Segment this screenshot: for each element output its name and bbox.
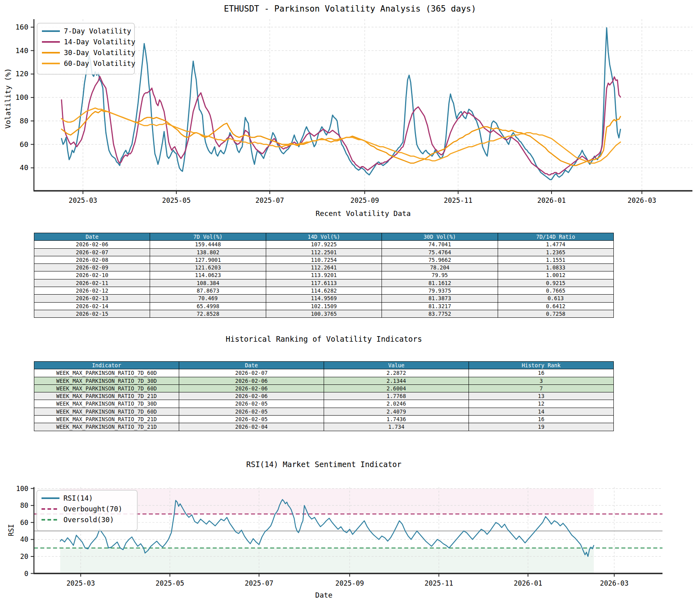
x-tick-label: 2026-03	[628, 196, 656, 204]
table-row: 2026-02-11108.384117.611381.16120.9215	[34, 279, 614, 287]
x-tick-label: 2025-07	[245, 579, 273, 587]
table-cell: 114.0623	[150, 271, 266, 279]
table-cell: 2.2872	[324, 369, 469, 377]
y-tick-label: 60	[20, 140, 28, 149]
legend-label: Overbought(70)	[63, 505, 123, 513]
table-row: 2026-02-1572.8528100.376583.77520.7258	[34, 310, 614, 317]
legend-label: 60-Day Volatility	[64, 59, 135, 67]
table-cell: 0.613	[498, 295, 613, 302]
table-cell: WEEK_MAX_PARKINSON_RATIO_7D_30D	[34, 400, 179, 408]
y-tick-label: 0	[24, 570, 28, 578]
table-cell: 1.2365	[498, 248, 613, 256]
data-table: Date7D Vol(%)14D Vol(%)30D Vol(%)7D/14D …	[34, 233, 614, 318]
table-cell: WEEK_MAX_PARKINSON_RATIO_7D_60D	[34, 384, 179, 392]
x-tick-label: 2026-01	[514, 579, 542, 587]
table-cell: 1.734	[324, 423, 469, 431]
table-cell: 114.9569	[266, 295, 382, 302]
x-tick-label: 2025-03	[69, 196, 97, 204]
table-cell: WEEK_MAX_PARKINSON_RATIO_7D_21D	[34, 423, 179, 431]
ranking-heading: Historical Ranking of Volatility Indicat…	[34, 335, 614, 343]
rsi-chart-ylabel: RSI	[7, 494, 15, 566]
column-header: 7D/14D Ratio	[498, 233, 613, 241]
table-cell: 113.9201	[266, 271, 382, 279]
legend-label: 7-Day Volatility	[64, 27, 131, 35]
table-cell: 138.802	[150, 248, 266, 256]
table-cell: 1.7436	[324, 416, 469, 423]
table-row: WEEK_MAX_PARKINSON_RATIO_7D_60D2026-02-0…	[34, 384, 614, 392]
column-header: Date	[34, 233, 150, 241]
column-header: 14D Vol(%)	[266, 233, 382, 241]
x-tick-label: 2025-05	[156, 579, 184, 587]
table-cell: 2026-02-10	[34, 271, 150, 279]
table-cell: 0.9215	[498, 279, 613, 287]
table-cell: 107.9225	[266, 241, 382, 248]
table-cell: WEEK_MAX_PARKINSON_RATIO_7D_60D	[34, 408, 179, 415]
table-cell: 75.4764	[382, 248, 498, 256]
table-cell: 2026-02-06	[34, 241, 150, 248]
table-cell: 2026-02-06	[179, 384, 324, 392]
table-cell: 12	[469, 400, 614, 408]
table-cell: WEEK_MAX_PARKINSON_RATIO_7D_21D	[34, 392, 179, 400]
data-table: IndicatorDateValueHistory RankWEEK_MAX_P…	[34, 361, 614, 431]
table-cell: 0.6412	[498, 302, 613, 310]
column-header: Indicator	[34, 362, 179, 369]
series-line	[61, 108, 621, 163]
table-cell: 2.1344	[324, 377, 469, 384]
x-tick-label: 2025-11	[425, 579, 453, 587]
table-cell: 2026-02-13	[34, 295, 150, 302]
table-cell: 2026-02-09	[34, 264, 150, 271]
table-cell: 79.95	[382, 271, 498, 279]
table-cell: 75.9662	[382, 256, 498, 263]
table-row: WEEK_MAX_PARKINSON_RATIO_7D_60D2026-02-0…	[34, 408, 614, 415]
column-header: 30D Vol(%)	[382, 233, 498, 241]
table-cell: 3	[469, 377, 614, 384]
table-row: 2026-02-09121.6203112.264178.2041.0833	[34, 264, 614, 271]
x-tick-label: 2025-09	[350, 196, 379, 204]
table-cell: 112.2501	[266, 248, 382, 256]
y-tick-label: 120	[15, 69, 28, 78]
table-row: 2026-02-1370.469114.956981.38730.613	[34, 295, 614, 302]
table-cell: 16	[469, 369, 614, 377]
y-tick-label: 160	[15, 23, 28, 31]
table-cell: 81.3217	[382, 302, 498, 310]
table-cell: WEEK_MAX_PARKINSON_RATIO_7D_60D	[34, 369, 179, 377]
table-cell: 2026-02-05	[179, 408, 324, 415]
legend-label: Oversold(30)	[63, 516, 114, 524]
legend-label: RSI(14)	[63, 494, 93, 502]
y-tick-label: 60	[20, 519, 28, 527]
table-cell: 110.7254	[266, 256, 382, 263]
table-cell: WEEK_MAX_PARKINSON_RATIO_7D_21D	[34, 416, 179, 423]
table-row: 2026-02-1287.8673114.628279.93750.7665	[34, 287, 614, 295]
table-cell: 2026-02-07	[179, 369, 324, 377]
table-cell: 65.4998	[150, 302, 266, 310]
y-tick-label: 80	[20, 117, 28, 125]
table-cell: 81.3873	[382, 295, 498, 302]
column-header: Date	[179, 362, 324, 369]
rsi-chart-title: RSI(14) Market Sentiment Indicator	[34, 460, 614, 469]
x-tick-label: 2025-11	[444, 196, 473, 204]
y-tick-label: 100	[15, 93, 28, 101]
table-cell: WEEK_MAX_PARKINSON_RATIO_7D_30D	[34, 377, 179, 384]
table-cell: 121.6203	[150, 264, 266, 271]
x-tick-label: 2025-07	[255, 196, 284, 204]
table-cell: 1.0833	[498, 264, 613, 271]
table-cell: 2026-02-05	[179, 400, 324, 408]
main-chart-ylabel: Volatility (%)	[4, 61, 12, 137]
legend-label: 30-Day Volatility	[64, 49, 135, 57]
table-cell: 2026-02-11	[34, 279, 150, 287]
table-row: WEEK_MAX_PARKINSON_RATIO_7D_30D2026-02-0…	[34, 400, 614, 408]
threshold-band	[60, 548, 594, 574]
main-chart-title: ETHUSDT - Parkinson Volatility Analysis …	[0, 4, 700, 14]
table-cell: 74.7041	[382, 241, 498, 248]
table-header-row: IndicatorDateValueHistory Rank	[34, 362, 614, 369]
table-row: 2026-02-08127.9001110.725475.96621.1551	[34, 256, 614, 263]
table-cell: 78.204	[382, 264, 498, 271]
table-row: WEEK_MAX_PARKINSON_RATIO_7D_30D2026-02-0…	[34, 377, 614, 384]
table-header-row: Date7D Vol(%)14D Vol(%)30D Vol(%)7D/14D …	[34, 233, 614, 241]
table-cell: 81.1612	[382, 279, 498, 287]
x-tick-label: 2026-03	[600, 579, 629, 587]
main-chart-xlabel: Recent Volatility Data	[34, 209, 692, 218]
table-row: 2026-02-1465.4998102.150981.32170.6412	[34, 302, 614, 310]
column-header: History Rank	[469, 362, 614, 369]
y-tick-label: 140	[15, 46, 28, 55]
